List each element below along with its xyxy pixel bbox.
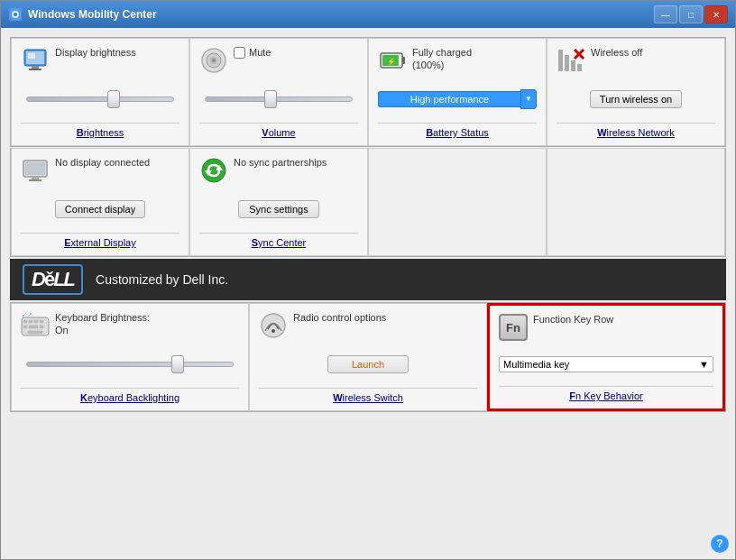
sync-label: Sync Center (199, 233, 358, 248)
fn-key-description: Function Key Row (533, 313, 613, 326)
brightness-slider-container (21, 78, 179, 119)
brightness-track (26, 96, 174, 102)
wireless-switch-icon (259, 311, 288, 340)
battery-power-arrow[interactable]: ▼ (520, 89, 537, 109)
wireless-switch-tile: Radio control options Launch Wireless Sw… (249, 303, 487, 411)
dell-logo: DěLL (23, 264, 83, 295)
svg-rect-13 (402, 57, 405, 64)
svg-rect-23 (25, 162, 45, 175)
turn-wireless-on-button[interactable]: Turn wireless on (590, 90, 682, 108)
external-display-label: External Display (21, 233, 179, 248)
external-display-icon (21, 156, 50, 185)
wireless-label-text: ireless Network (607, 127, 675, 138)
keyboard-tile: ↙↗ Keyboard Brightness: On (11, 303, 249, 411)
keyboard-desc-line1: Keyboard Brightness: (55, 311, 150, 324)
svg-rect-7 (28, 53, 35, 59)
brightness-thumb[interactable] (107, 90, 120, 108)
keyboard-tile-top: ↙↗ Keyboard Brightness: On (21, 311, 239, 340)
volume-slider-container (199, 78, 358, 119)
svg-rect-33 (40, 320, 43, 323)
volume-tile: Mute Volume (189, 38, 368, 146)
mute-label: Mute (249, 46, 271, 59)
svg-rect-19 (577, 64, 582, 71)
keyboard-label: Keyboard Backlighting (21, 388, 239, 403)
brightness-icon (21, 46, 50, 75)
window-icon (8, 7, 23, 22)
empty-tile-1 (368, 148, 547, 256)
close-button[interactable]: ✕ (704, 5, 728, 23)
mute-checkbox[interactable] (234, 47, 245, 59)
sync-button-container: Sync settings (199, 188, 358, 229)
volume-thumb[interactable] (264, 90, 277, 108)
fn-key-icon: Fn (499, 313, 528, 342)
fn-key-dropdown-container: Multimedia key ▼ (499, 345, 713, 382)
svg-rect-37 (28, 331, 42, 334)
svg-point-2 (14, 13, 17, 16)
launch-button[interactable]: Launch (327, 355, 409, 373)
volume-tile-top: Mute (199, 46, 358, 75)
sync-description: No sync partnerships (234, 156, 327, 169)
battery-icon: ⚡ (378, 46, 407, 75)
fn-key-dropdown[interactable]: Multimedia key ▼ (499, 356, 713, 372)
keyboard-thumb[interactable] (171, 355, 184, 373)
svg-rect-36 (40, 326, 43, 328)
connect-display-button[interactable]: Connect display (55, 200, 145, 218)
help-button[interactable]: ? (711, 535, 729, 553)
svg-rect-18 (571, 60, 575, 71)
external-display-top: No display connected (21, 156, 179, 185)
svg-rect-24 (32, 177, 39, 179)
title-bar-buttons: — □ ✕ (654, 5, 728, 23)
svg-rect-6 (29, 69, 41, 70)
battery-power-selector: High performance ▼ (378, 89, 537, 109)
wireless-switch-description: Radio control options (293, 311, 386, 324)
title-bar: Windows Mobility Center — □ ✕ (1, 1, 735, 28)
battery-desc-line1: Fully charged (412, 46, 472, 59)
fn-key-label: Fn Key Behavior (499, 386, 713, 401)
brightness-label: Brightness (21, 123, 179, 138)
external-display-tile: No display connected Connect display Ext… (11, 148, 189, 256)
battery-desc-line2: (100%) (412, 59, 472, 71)
wireless-tile: Wireless off Turn wireless on Wireless N… (547, 38, 725, 146)
keyboard-icon: ↙↗ (21, 311, 50, 340)
brightness-tile: Display brightness Brightness (11, 38, 189, 146)
svg-point-39 (262, 314, 285, 337)
svg-text:↙↗: ↙↗ (22, 312, 32, 317)
external-display-button-container: Connect display (21, 188, 179, 229)
tiles-row3: ↙↗ Keyboard Brightness: On (10, 302, 726, 412)
sync-settings-button[interactable]: Sync settings (238, 200, 319, 218)
brightness-description: Display brightness (55, 46, 136, 59)
sync-icon (199, 156, 228, 185)
fn-key-tile: Fn Function Key Row Multimedia key ▼ Fn … (487, 303, 725, 411)
sync-tile: No sync partnerships Sync settings Sync … (189, 148, 368, 256)
minimize-button[interactable]: — (654, 5, 677, 23)
wireless-switch-label: Wireless Switch (259, 388, 477, 403)
empty-tile-2 (547, 148, 725, 256)
brightness-tile-top: Display brightness (21, 46, 179, 75)
sync-tile-top: No sync partnerships (199, 156, 358, 185)
wireless-label: Wireless Network (557, 123, 715, 138)
battery-tile: ⚡ Fully charged (100%) High performance … (368, 38, 547, 146)
dell-customized-text: Customized by Dell Inc. (96, 272, 228, 287)
svg-rect-16 (558, 50, 563, 71)
keyboard-desc-line2: On (55, 324, 150, 336)
maximize-button[interactable]: □ (679, 5, 703, 23)
battery-dropdown-container: High performance ▼ (378, 78, 537, 119)
svg-point-40 (271, 329, 275, 333)
volume-icon (199, 46, 228, 75)
keyboard-description: Keyboard Brightness: On (55, 311, 150, 337)
main-window: Windows Mobility Center — □ ✕ (0, 0, 736, 560)
battery-tile-top: ⚡ Fully charged (100%) (378, 46, 537, 75)
fn-icon-box: Fn (499, 314, 528, 341)
svg-rect-30 (23, 320, 27, 323)
svg-rect-31 (29, 320, 32, 323)
keyboard-track (26, 362, 234, 367)
keyboard-label-text: eyboard Backlighting (87, 392, 179, 403)
wireless-description: Wireless off (591, 46, 642, 59)
battery-label: Battery Status (378, 123, 537, 138)
tiles-row2: No display connected Connect display Ext… (10, 148, 726, 257)
battery-power-value[interactable]: High performance (378, 91, 520, 107)
window-title: Windows Mobility Center (28, 8, 654, 21)
fn-key-dropdown-value: Multimedia key (503, 359, 569, 370)
volume-mute-area: Mute (234, 46, 271, 59)
svg-text:⚡: ⚡ (387, 57, 396, 66)
